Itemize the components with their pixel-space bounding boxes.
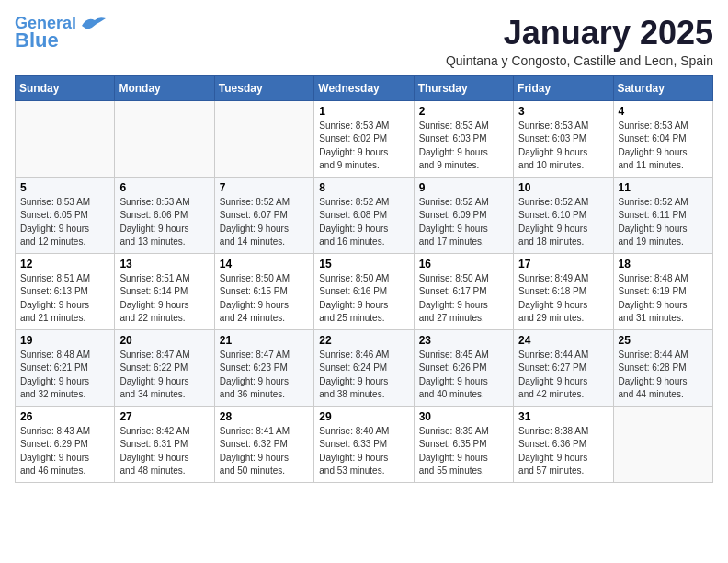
day-info: Sunrise: 8:53 AM Sunset: 6:04 PM Dayligh…: [619, 120, 708, 173]
day-number: 15: [319, 258, 408, 270]
day-info: Sunrise: 8:47 AM Sunset: 6:22 PM Dayligh…: [119, 349, 209, 402]
day-number: 6: [119, 181, 209, 194]
day-number: 13: [119, 258, 209, 270]
calendar-cell: 14Sunrise: 8:50 AM Sunset: 6:15 PM Dayli…: [214, 253, 313, 329]
day-info: Sunrise: 8:48 AM Sunset: 6:21 PM Dayligh…: [20, 349, 109, 402]
day-number: 18: [619, 258, 708, 270]
calendar-cell: 21Sunrise: 8:47 AM Sunset: 6:23 PM Dayli…: [214, 329, 313, 406]
day-info: Sunrise: 8:51 AM Sunset: 6:14 PM Dayligh…: [119, 272, 209, 326]
day-info: Sunrise: 8:44 AM Sunset: 6:27 PM Dayligh…: [518, 349, 608, 402]
logo-blue: Blue: [15, 29, 59, 52]
calendar-cell: [16, 100, 115, 177]
day-number: 29: [319, 410, 408, 423]
calendar-cell: 22Sunrise: 8:46 AM Sunset: 6:24 PM Dayli…: [314, 329, 414, 406]
calendar-week-row: 5Sunrise: 8:53 AM Sunset: 6:05 PM Daylig…: [16, 177, 713, 253]
day-number: 11: [619, 181, 708, 194]
day-number: 16: [419, 258, 508, 270]
day-info: Sunrise: 8:42 AM Sunset: 6:31 PM Dayligh…: [119, 425, 209, 478]
day-info: Sunrise: 8:50 AM Sunset: 6:15 PM Dayligh…: [220, 272, 309, 326]
weekday-header: Monday: [115, 75, 214, 100]
calendar-body: 1Sunrise: 8:53 AM Sunset: 6:02 PM Daylig…: [16, 100, 713, 482]
day-info: Sunrise: 8:53 AM Sunset: 6:02 PM Dayligh…: [319, 120, 408, 173]
calendar-week-row: 12Sunrise: 8:51 AM Sunset: 6:13 PM Dayli…: [16, 253, 713, 329]
calendar-cell: [214, 100, 313, 177]
day-info: Sunrise: 8:46 AM Sunset: 6:24 PM Dayligh…: [319, 349, 408, 402]
day-info: Sunrise: 8:53 AM Sunset: 6:06 PM Dayligh…: [119, 196, 209, 249]
weekday-header: Friday: [514, 75, 613, 100]
day-number: 30: [419, 410, 508, 423]
calendar-cell: 20Sunrise: 8:47 AM Sunset: 6:22 PM Dayli…: [115, 329, 214, 406]
day-info: Sunrise: 8:51 AM Sunset: 6:13 PM Dayligh…: [20, 272, 109, 326]
day-number: 23: [419, 334, 508, 347]
calendar-cell: 7Sunrise: 8:52 AM Sunset: 6:07 PM Daylig…: [214, 177, 313, 253]
calendar: SundayMondayTuesdayWednesdayThursdayFrid…: [15, 75, 713, 483]
calendar-cell: 5Sunrise: 8:53 AM Sunset: 6:05 PM Daylig…: [16, 177, 115, 253]
page-subtitle: Quintana y Congosto, Castille and Leon, …: [446, 53, 713, 68]
day-number: 8: [319, 181, 408, 194]
day-info: Sunrise: 8:44 AM Sunset: 6:28 PM Dayligh…: [619, 349, 708, 402]
day-info: Sunrise: 8:52 AM Sunset: 6:11 PM Dayligh…: [619, 196, 708, 249]
day-info: Sunrise: 8:52 AM Sunset: 6:08 PM Dayligh…: [319, 196, 408, 249]
calendar-cell: 3Sunrise: 8:53 AM Sunset: 6:03 PM Daylig…: [514, 100, 613, 177]
weekday-header: Tuesday: [214, 75, 313, 100]
calendar-header: SundayMondayTuesdayWednesdayThursdayFrid…: [16, 75, 713, 100]
day-number: 28: [220, 410, 309, 423]
day-number: 14: [220, 258, 309, 270]
day-info: Sunrise: 8:49 AM Sunset: 6:18 PM Dayligh…: [518, 272, 608, 326]
calendar-cell: 31Sunrise: 8:38 AM Sunset: 6:36 PM Dayli…: [514, 406, 613, 482]
day-number: 10: [518, 181, 608, 194]
day-info: Sunrise: 8:38 AM Sunset: 6:36 PM Dayligh…: [518, 425, 608, 478]
weekday-header: Wednesday: [314, 75, 414, 100]
day-number: 5: [20, 181, 109, 194]
day-info: Sunrise: 8:39 AM Sunset: 6:35 PM Dayligh…: [419, 425, 508, 478]
weekday-header-row: SundayMondayTuesdayWednesdayThursdayFrid…: [16, 75, 713, 100]
day-number: 26: [20, 410, 109, 423]
day-info: Sunrise: 8:45 AM Sunset: 6:26 PM Dayligh…: [419, 349, 508, 402]
calendar-cell: 11Sunrise: 8:52 AM Sunset: 6:11 PM Dayli…: [613, 177, 712, 253]
day-number: 1: [319, 105, 408, 118]
day-number: 17: [518, 258, 608, 270]
day-number: 19: [20, 334, 109, 347]
day-info: Sunrise: 8:52 AM Sunset: 6:10 PM Dayligh…: [518, 196, 608, 249]
calendar-cell: 8Sunrise: 8:52 AM Sunset: 6:08 PM Daylig…: [314, 177, 414, 253]
calendar-week-row: 26Sunrise: 8:43 AM Sunset: 6:29 PM Dayli…: [16, 406, 713, 482]
calendar-week-row: 19Sunrise: 8:48 AM Sunset: 6:21 PM Dayli…: [16, 329, 713, 406]
day-info: Sunrise: 8:48 AM Sunset: 6:19 PM Dayligh…: [619, 272, 708, 326]
calendar-cell: 24Sunrise: 8:44 AM Sunset: 6:27 PM Dayli…: [514, 329, 613, 406]
day-info: Sunrise: 8:53 AM Sunset: 6:05 PM Dayligh…: [20, 196, 109, 249]
day-info: Sunrise: 8:41 AM Sunset: 6:32 PM Dayligh…: [220, 425, 309, 478]
calendar-cell: 1Sunrise: 8:53 AM Sunset: 6:02 PM Daylig…: [314, 100, 414, 177]
title-area: January 2025 Quintana y Congosto, Castil…: [446, 15, 713, 68]
weekday-header: Sunday: [16, 75, 115, 100]
calendar-cell: 6Sunrise: 8:53 AM Sunset: 6:06 PM Daylig…: [115, 177, 214, 253]
calendar-cell: 4Sunrise: 8:53 AM Sunset: 6:04 PM Daylig…: [613, 100, 712, 177]
weekday-header: Saturday: [613, 75, 712, 100]
calendar-cell: 23Sunrise: 8:45 AM Sunset: 6:26 PM Dayli…: [414, 329, 513, 406]
calendar-cell: 2Sunrise: 8:53 AM Sunset: 6:03 PM Daylig…: [414, 100, 513, 177]
calendar-cell: 16Sunrise: 8:50 AM Sunset: 6:17 PM Dayli…: [414, 253, 513, 329]
calendar-cell: 28Sunrise: 8:41 AM Sunset: 6:32 PM Dayli…: [214, 406, 313, 482]
calendar-cell: 10Sunrise: 8:52 AM Sunset: 6:10 PM Dayli…: [514, 177, 613, 253]
calendar-cell: [115, 100, 214, 177]
logo: General Blue: [15, 15, 108, 52]
day-info: Sunrise: 8:52 AM Sunset: 6:09 PM Dayligh…: [419, 196, 508, 249]
calendar-cell: 29Sunrise: 8:40 AM Sunset: 6:33 PM Dayli…: [314, 406, 414, 482]
calendar-cell: 12Sunrise: 8:51 AM Sunset: 6:13 PM Dayli…: [16, 253, 115, 329]
day-info: Sunrise: 8:50 AM Sunset: 6:16 PM Dayligh…: [319, 272, 408, 326]
calendar-cell: 18Sunrise: 8:48 AM Sunset: 6:19 PM Dayli…: [613, 253, 712, 329]
calendar-cell: 27Sunrise: 8:42 AM Sunset: 6:31 PM Dayli…: [115, 406, 214, 482]
page-title: January 2025: [446, 15, 713, 52]
calendar-cell: 30Sunrise: 8:39 AM Sunset: 6:35 PM Dayli…: [414, 406, 513, 482]
day-number: 2: [419, 105, 508, 118]
calendar-cell: [613, 406, 712, 482]
day-info: Sunrise: 8:53 AM Sunset: 6:03 PM Dayligh…: [518, 120, 608, 173]
calendar-week-row: 1Sunrise: 8:53 AM Sunset: 6:02 PM Daylig…: [16, 100, 713, 177]
day-number: 22: [319, 334, 408, 347]
day-info: Sunrise: 8:53 AM Sunset: 6:03 PM Dayligh…: [419, 120, 508, 173]
day-number: 27: [119, 410, 209, 423]
header: General Blue January 2025 Quintana y Con…: [15, 15, 713, 68]
calendar-cell: 26Sunrise: 8:43 AM Sunset: 6:29 PM Dayli…: [16, 406, 115, 482]
day-info: Sunrise: 8:43 AM Sunset: 6:29 PM Dayligh…: [20, 425, 109, 478]
day-number: 4: [619, 105, 708, 118]
day-info: Sunrise: 8:52 AM Sunset: 6:07 PM Dayligh…: [220, 196, 309, 249]
